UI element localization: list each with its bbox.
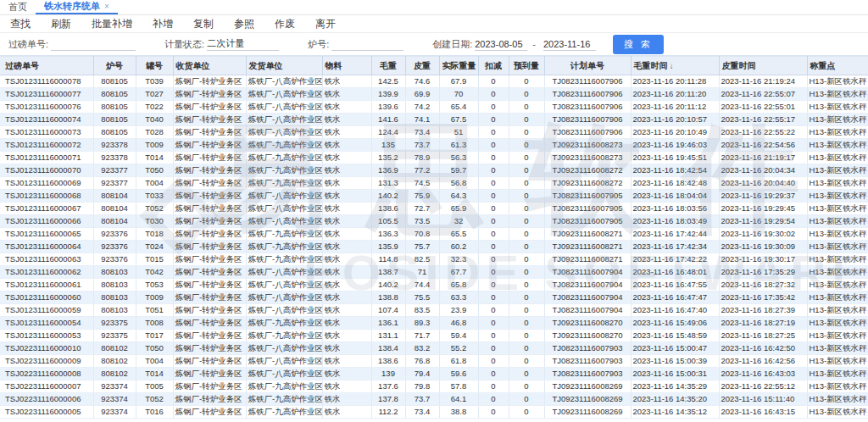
table-row[interactable]: TSJ02231116000010808102T050炼钢厂-转炉业务区炼铁厂-… — [0, 342, 868, 355]
cell: 炼钢厂-转炉业务区 — [173, 203, 246, 215]
toolbar-button-4[interactable]: 复制 — [183, 17, 224, 31]
cell: 0 — [478, 393, 509, 406]
cell: TJ08231116007905 — [544, 190, 631, 203]
cell: 2023-11-16 19:30:09 — [719, 241, 807, 253]
cell: TSJ01231116000077 — [0, 88, 93, 101]
table-row[interactable]: TSJ02231116000008808102T014炼钢厂-转炉业务区炼铁厂-… — [0, 368, 868, 380]
column-header-12[interactable]: 毛重时间↓ — [631, 57, 719, 75]
table-row[interactable]: TSJ01231116000066808104T030炼钢厂-转炉业务区炼铁厂-… — [0, 215, 868, 228]
table-row[interactable]: TSJ01231116000076808105T022炼钢厂-转炉业务区炼铁厂-… — [0, 101, 868, 114]
cell: 炼钢厂-转炉业务区 — [173, 266, 246, 279]
tab-iron-transfer-list[interactable]: 铁水转序统单 × — [36, 0, 118, 14]
table-row[interactable]: TSJ01231116000053923375T017炼钢厂-转炉业务区炼铁厂-… — [0, 330, 868, 342]
date-from-input[interactable] — [475, 38, 527, 51]
toolbar-button-5[interactable]: 参照 — [224, 17, 264, 31]
column-header-8[interactable]: 实际重量 — [439, 57, 478, 75]
column-header-10[interactable]: 预到量 — [509, 57, 544, 75]
toolbar-button-2[interactable]: 批量补增 — [81, 17, 142, 31]
cell: TJ08231116007903 — [544, 342, 631, 355]
cell: 炼铁厂-九高炉作业区 — [246, 317, 322, 330]
table-row[interactable]: TSJ01231116000072923378T009炼钢厂-转炉业务区炼铁厂-… — [0, 139, 868, 152]
cell: 炼钢厂-转炉业务区 — [173, 253, 246, 266]
close-icon[interactable]: × — [104, 2, 109, 11]
cell: 2023-11-16 18:27:25 — [719, 330, 807, 342]
table-row[interactable]: TSJ02231116000009808102T004炼钢厂-转炉业务区炼铁厂-… — [0, 355, 868, 368]
table-row[interactable]: TSJ01231116000065923376T018炼钢厂-转炉业务区炼铁厂-… — [0, 228, 868, 241]
table-row[interactable]: TSJ01231116000069923377T004炼钢厂-转炉业务区炼铁厂-… — [0, 177, 868, 190]
table-row[interactable]: TSJ01231116000063923376T015炼钢厂-转炉业务区炼铁厂-… — [0, 253, 868, 266]
column-header-11[interactable]: 计划单号 — [544, 57, 631, 75]
column-header-4[interactable]: 发货单位 — [246, 57, 322, 75]
table-row[interactable]: TSJ02231116000007923374T005炼钢厂-转炉业务区炼铁厂-… — [0, 380, 868, 393]
cell: 135.9 — [371, 241, 405, 253]
cell: 137.6 — [371, 380, 405, 393]
table-row[interactable]: TSJ01231116000061808103T053炼钢厂-转炉业务区炼铁厂-… — [0, 279, 868, 292]
tab-home[interactable]: 首页 — [0, 0, 36, 14]
table-row[interactable]: TSJ01231116000064923376T024炼钢厂-转炉业务区炼铁厂-… — [0, 241, 868, 253]
column-header-9[interactable]: 扣减 — [478, 57, 509, 75]
table-row[interactable]: TSJ01231116000068808104T033炼钢厂-转炉业务区炼铁厂-… — [0, 190, 868, 203]
toolbar-button-3[interactable]: 补增 — [142, 17, 183, 31]
weigh-no-input[interactable] — [51, 38, 136, 51]
cell: 63.3 — [439, 292, 478, 304]
cell: 60.2 — [439, 241, 478, 253]
column-header-7[interactable]: 皮重 — [405, 57, 439, 75]
column-header-2[interactable]: 罐号 — [136, 57, 173, 75]
table-row[interactable]: TSJ01231116000070923377T050炼钢厂-转炉业务区炼铁厂-… — [0, 164, 868, 177]
search-button[interactable]: 搜 索 — [613, 35, 664, 54]
cell: 铁水 — [322, 368, 371, 380]
cell: TSJ01231116000073 — [0, 126, 93, 139]
table-row[interactable]: TSJ01231116000077808105T027炼钢厂-转炉业务区炼铁厂-… — [0, 88, 868, 101]
cell: H13-新区铁水秤 — [807, 253, 868, 266]
cell: H13-新区铁水秤 — [807, 126, 868, 139]
cell: 112.2 — [371, 406, 405, 419]
toolbar-button-1[interactable]: 刷新 — [41, 17, 81, 31]
cell: 2023-11-16 18:27:32 — [719, 279, 807, 292]
cell: 73.5 — [405, 215, 439, 228]
table-row[interactable]: TSJ02231116000005923374T016炼钢厂-转炉业务区炼铁厂-… — [0, 406, 868, 419]
cell: 0 — [509, 190, 544, 203]
table-row[interactable]: TSJ01231116000062808103T042炼钢厂-转炉业务区炼铁厂-… — [0, 266, 868, 279]
column-header-0[interactable]: 过磅单号 — [0, 57, 93, 75]
cell: TSJ01231116000064 — [0, 241, 93, 253]
metering-status-input[interactable] — [207, 38, 279, 51]
toolbar-button-0[interactable]: 查找 — [0, 17, 41, 31]
cell: T033 — [136, 190, 173, 203]
cell: 炼铁厂-九高炉作业区 — [246, 228, 322, 241]
cell: 2023-11-16 22:54:56 — [719, 139, 807, 152]
cell: 0 — [478, 190, 509, 203]
table-row[interactable]: TSJ01231116000060808103T009炼钢厂-转炉业务区炼铁厂-… — [0, 292, 868, 304]
cell: 铁水 — [322, 355, 371, 368]
table-row[interactable]: TSJ01231116000059808103T051炼钢厂-转炉业务区炼铁厂-… — [0, 304, 868, 317]
cell: 2023-11-16 16:47:47 — [631, 292, 719, 304]
cell: 808102 — [93, 355, 136, 368]
cell: 0 — [478, 203, 509, 215]
cell: 炼钢厂-转炉业务区 — [173, 228, 246, 241]
table-row[interactable]: TSJ01231116000071923378T014炼钢厂-转炉业务区炼铁厂-… — [0, 152, 868, 164]
furnace-no-input[interactable] — [331, 38, 403, 51]
table-row[interactable]: TSJ01231116000054923375T008炼钢厂-转炉业务区炼铁厂-… — [0, 317, 868, 330]
column-header-6[interactable]: 毛重 — [371, 57, 405, 75]
cell: 2023-11-16 22:55:12 — [719, 380, 807, 393]
table-row[interactable]: TSJ01231116000074808105T040炼钢厂-转炉业务区炼铁厂-… — [0, 114, 868, 126]
cell: 2023-11-16 18:42:48 — [631, 177, 719, 190]
cell: 2023-11-16 15:00:39 — [631, 355, 719, 368]
table-row[interactable]: TSJ02231116000006923374T052炼钢厂-转炉业务区炼铁厂-… — [0, 393, 868, 406]
column-header-13[interactable]: 皮重时间 — [719, 57, 807, 75]
column-header-1[interactable]: 炉号 — [93, 57, 136, 75]
cell: H13-新区铁水秤 — [807, 317, 868, 330]
table-row[interactable]: TSJ01231116000067808104T052炼钢厂-转炉业务区炼铁厂-… — [0, 203, 868, 215]
cell: 炼铁厂-八高炉作业区 — [246, 101, 322, 114]
table-row[interactable]: TSJ01231116000073808105T028炼钢厂-转炉业务区炼铁厂-… — [0, 126, 868, 139]
cell: 2023-11-16 14:35:20 — [631, 393, 719, 406]
date-to-input[interactable] — [543, 38, 596, 51]
column-header-3[interactable]: 收货单位 — [173, 57, 246, 75]
toolbar-button-7[interactable]: 离开 — [305, 17, 346, 31]
column-header-5[interactable]: 物料 — [322, 57, 371, 75]
column-header-14[interactable]: 称重点 — [807, 57, 868, 75]
cell: T008 — [136, 317, 173, 330]
date-range-separator: - — [532, 39, 536, 49]
table-row[interactable]: TSJ01231116000078808105T039炼钢厂-转炉业务区炼铁厂-… — [0, 75, 868, 88]
cell: 75.9 — [405, 190, 439, 203]
toolbar-button-6[interactable]: 作废 — [264, 17, 305, 31]
